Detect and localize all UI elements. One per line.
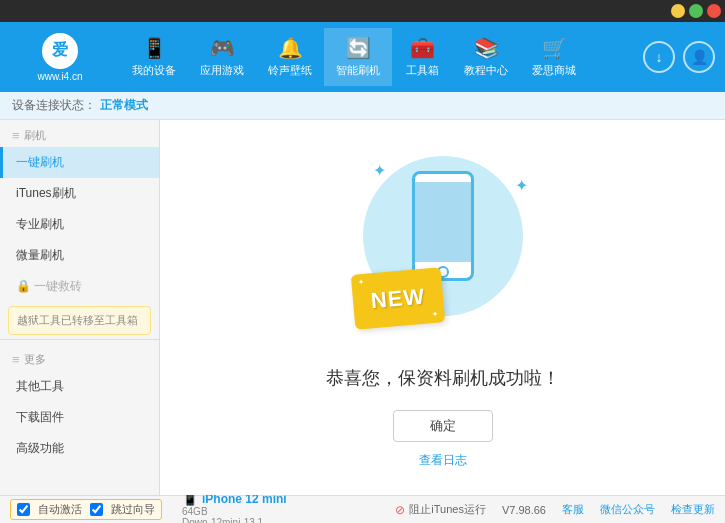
wechat-link[interactable]: 微信公众号	[600, 502, 655, 517]
nav-mall-label: 爱思商城	[532, 63, 576, 78]
header-right: ↓ 👤	[643, 41, 715, 73]
sidebar-item-pro-flash[interactable]: 专业刷机	[0, 209, 159, 240]
close-button[interactable]	[707, 4, 721, 18]
nav-apps-games-label: 应用游戏	[200, 63, 244, 78]
status-value: 正常模式	[100, 97, 148, 114]
auto-launch-checkbox[interactable]	[17, 503, 30, 516]
itunes-stop-notice[interactable]: ⊘ 阻止iTunes运行	[395, 502, 486, 517]
flash-section-icon: ≡	[12, 128, 20, 143]
maximize-button[interactable]	[689, 4, 703, 18]
sidebar-item-download-firmware[interactable]: 下载固件	[0, 402, 159, 433]
nav-my-device[interactable]: 📱 我的设备	[120, 28, 188, 86]
customer-service-link[interactable]: 客服	[562, 502, 584, 517]
bottom-right: ⊘ 阻止iTunes运行 V7.98.66 客服 微信公众号 检查更新	[395, 502, 715, 517]
sparkle-icon-2: ✦	[515, 176, 528, 195]
device-storage: 64GB	[182, 506, 287, 517]
title-bar	[0, 0, 725, 22]
nav-tutorial[interactable]: 📚 教程中心	[452, 28, 520, 86]
logo-area[interactable]: 爱 www.i4.cn	[10, 33, 110, 82]
view-log-link[interactable]: 查看日志	[419, 452, 467, 469]
bottom-checkboxes: 自动激活 跳过向导	[10, 499, 162, 520]
auto-launch-label[interactable]: 自动激活	[38, 502, 82, 517]
ribbon-text: NEW	[369, 283, 425, 314]
sidebar: ≡ 刷机 一键刷机 iTunes刷机 专业刷机 微量刷机 🔒 一键救砖 越狱工具…	[0, 120, 160, 495]
more-section-title: ≡ 更多	[0, 344, 159, 371]
stop-icon: ⊘	[395, 503, 405, 517]
skip-wizard-checkbox[interactable]	[90, 503, 103, 516]
flash-section-title: ≡ 刷机	[0, 120, 159, 147]
nav-my-device-label: 我的设备	[132, 63, 176, 78]
itunes-stop-label: 阻止iTunes运行	[409, 502, 486, 517]
version-label: V7.98.66	[502, 504, 546, 516]
logo-url: www.i4.cn	[37, 71, 82, 82]
user-button[interactable]: 👤	[683, 41, 715, 73]
more-section-icon: ≡	[12, 352, 20, 367]
success-message: 恭喜您，保资料刷机成功啦！	[326, 366, 560, 390]
nav-ringtones[interactable]: 🔔 铃声壁纸	[256, 28, 324, 86]
nav-tutorial-label: 教程中心	[464, 63, 508, 78]
bottom-bar: 自动激活 跳过向导 📱 iPhone 12 mini 64GB Down-12m…	[0, 495, 725, 523]
bottom-left: 自动激活 跳过向导 📱 iPhone 12 mini 64GB Down-12m…	[10, 491, 287, 523]
skip-wizard-label[interactable]: 跳过向导	[111, 502, 155, 517]
ribbon-stars-right: ✦	[431, 310, 439, 320]
device-model: Down-12mini-13,1	[182, 517, 287, 523]
nav-smart-flash[interactable]: 🔄 智能刷机	[324, 28, 392, 86]
minimize-button[interactable]	[671, 4, 685, 18]
sidebar-item-onekey-rescue: 🔒 一键救砖	[0, 271, 159, 302]
ribbon-stars-left: ✦	[357, 278, 365, 288]
download-button[interactable]: ↓	[643, 41, 675, 73]
success-illustration: ✦ ✦ ✦ ✦ NEW ✦	[343, 146, 543, 346]
status-label: 设备连接状态：	[12, 97, 96, 114]
device-info: 📱 iPhone 12 mini 64GB Down-12mini-13,1	[182, 491, 287, 523]
check-update-link[interactable]: 检查更新	[671, 502, 715, 517]
nav-ringtones-label: 铃声壁纸	[268, 63, 312, 78]
apps-games-icon: 🎮	[210, 36, 235, 60]
logo-icon: 爱	[42, 33, 78, 69]
nav-apps-games[interactable]: 🎮 应用游戏	[188, 28, 256, 86]
sidebar-item-itunes-flash[interactable]: iTunes刷机	[0, 178, 159, 209]
sidebar-item-advanced[interactable]: 高级功能	[0, 433, 159, 464]
sidebar-divider	[0, 339, 159, 340]
sparkle-icon-1: ✦	[373, 161, 386, 180]
ribbon-banner: ✦ NEW ✦	[350, 267, 444, 330]
nav-mall[interactable]: 🛒 爱思商城	[520, 28, 588, 86]
ringtones-icon: 🔔	[278, 36, 303, 60]
confirm-button[interactable]: 确定	[393, 410, 493, 442]
content-area: ✦ ✦ ✦ ✦ NEW ✦ 恭喜您，保资料刷机成功啦！ 确定 查看日志	[160, 120, 725, 495]
sidebar-notice: 越狱工具已转移至工具箱	[8, 306, 151, 335]
nav-toolbox-label: 工具箱	[406, 63, 439, 78]
nav-items: 📱 我的设备 🎮 应用游戏 🔔 铃声壁纸 🔄 智能刷机 🧰 工具箱 📚 教程中心…	[120, 28, 643, 86]
toolbox-icon: 🧰	[410, 36, 435, 60]
main-layout: ≡ 刷机 一键刷机 iTunes刷机 专业刷机 微量刷机 🔒 一键救砖 越狱工具…	[0, 120, 725, 495]
mall-icon: 🛒	[542, 36, 567, 60]
tutorial-icon: 📚	[474, 36, 499, 60]
more-section-label: 更多	[24, 352, 46, 367]
sidebar-item-other-tools[interactable]: 其他工具	[0, 371, 159, 402]
header: 爱 www.i4.cn 📱 我的设备 🎮 应用游戏 🔔 铃声壁纸 🔄 智能刷机 …	[0, 22, 725, 92]
flash-section-label: 刷机	[24, 128, 46, 143]
sidebar-item-micro-flash[interactable]: 微量刷机	[0, 240, 159, 271]
smart-flash-icon: 🔄	[346, 36, 371, 60]
my-device-icon: 📱	[142, 36, 167, 60]
sidebar-item-onekey-flash[interactable]: 一键刷机	[0, 147, 159, 178]
status-bar: 设备连接状态： 正常模式	[0, 92, 725, 120]
phone-screen	[415, 182, 471, 262]
nav-smart-flash-label: 智能刷机	[336, 63, 380, 78]
phone-body	[412, 171, 474, 281]
nav-toolbox[interactable]: 🧰 工具箱	[392, 28, 452, 86]
